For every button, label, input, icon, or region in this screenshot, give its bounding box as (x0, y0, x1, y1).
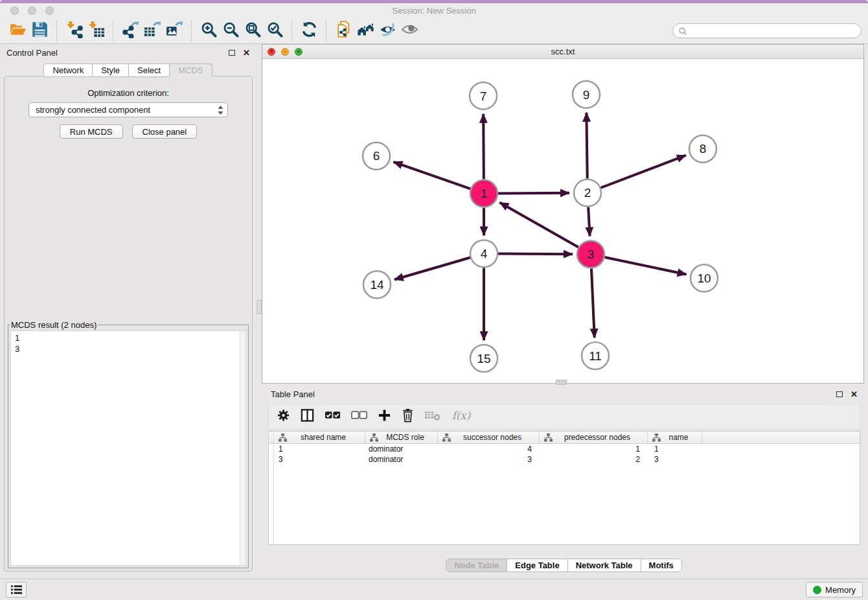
table-tab-motifs[interactable]: Motifs (641, 559, 682, 572)
deselect-all-button[interactable] (351, 408, 367, 425)
table-tab-network-table[interactable]: Network Table (567, 559, 641, 572)
edge-1-7[interactable] (483, 114, 484, 179)
edge-1-6[interactable] (393, 162, 470, 189)
float-panel-icon[interactable] (229, 50, 235, 56)
mcds-pane: Optimization criterion: strongly connect… (4, 76, 253, 571)
column-type-icon (370, 433, 378, 442)
export-image-button[interactable] (163, 21, 185, 41)
edge-4-14[interactable] (394, 258, 470, 280)
network-overview-button[interactable] (354, 21, 376, 41)
memory-label: Memory (825, 585, 856, 595)
cell-predecessor-nodes[interactable]: 2 (540, 454, 648, 465)
column-type-icon (279, 433, 287, 442)
refresh-button[interactable] (298, 21, 320, 41)
cell-successor-nodes[interactable]: 4 (438, 444, 540, 454)
columns-button[interactable] (301, 408, 314, 425)
column-header-shared-name[interactable]: shared name (274, 432, 365, 443)
result-scrollbar[interactable] (240, 331, 246, 565)
mcds-result-box[interactable]: 1 3 (10, 330, 246, 566)
network-title: scc.txt (262, 47, 863, 56)
table-tab-edge-table[interactable]: Edge Table (507, 559, 567, 572)
open-session-button[interactable] (6, 21, 29, 41)
horizontal-splitter-grip[interactable] (556, 380, 567, 385)
add-row-button[interactable] (378, 408, 391, 425)
run-mcds-button[interactable]: Run MCDS (60, 124, 123, 139)
splitter-grip[interactable] (257, 300, 262, 314)
column-header-mcds-role[interactable]: MCDS role (365, 432, 438, 443)
zoom-out-button[interactable] (220, 21, 242, 41)
control-panel-tabs: NetworkStyleSelectMCDS (0, 63, 257, 77)
node-7[interactable]: 7 (470, 82, 497, 110)
tab-select[interactable]: Select (128, 63, 170, 77)
cell-mcds-role[interactable]: dominator (365, 444, 438, 454)
export-table-icon (144, 21, 161, 41)
delete-row-button[interactable] (402, 408, 414, 425)
cell-mcds-role[interactable]: dominator (365, 454, 438, 465)
settings-button[interactable] (277, 408, 290, 425)
criterion-dropdown[interactable]: strongly connected component (29, 102, 228, 117)
node-10[interactable]: 10 (691, 264, 718, 292)
node-3[interactable]: 3 (577, 240, 604, 268)
network-zoom-button[interactable]: + (295, 48, 303, 56)
edge-3-1[interactable] (499, 202, 578, 247)
edge-2-9[interactable] (586, 113, 587, 179)
float-table-panel-icon[interactable] (836, 391, 843, 397)
vertical-splitter[interactable] (257, 44, 262, 579)
show-graphics-details-button[interactable] (398, 21, 420, 41)
hide-graphics-details-button[interactable] (376, 21, 398, 41)
tab-network[interactable]: Network (43, 63, 93, 77)
cell-name[interactable]: 1 (648, 444, 702, 454)
node-9[interactable]: 9 (573, 81, 600, 108)
application-window: Session: New Session Control Panel ✕ Net… (0, 0, 868, 600)
edge-1-2[interactable] (498, 193, 569, 194)
node-15[interactable]: 15 (470, 345, 497, 372)
cell-name[interactable]: 3 (648, 454, 702, 465)
close-table-panel-icon[interactable]: ✕ (851, 390, 858, 398)
import-network-button[interactable] (63, 21, 85, 41)
node-14[interactable]: 14 (363, 271, 391, 298)
cell-successor-nodes[interactable]: 3 (438, 454, 540, 465)
duplicate-network-button[interactable] (332, 21, 354, 41)
tab-mcds[interactable]: MCDS (169, 63, 212, 77)
node-11[interactable]: 11 (582, 342, 609, 369)
zoom-fit-button[interactable] (242, 21, 264, 41)
network-minimize-button[interactable]: − (281, 48, 289, 56)
network-overview-icon (357, 21, 374, 41)
toolbar-separator (326, 21, 326, 41)
cell-predecessor-nodes[interactable]: 1 (540, 444, 648, 454)
save-session-button[interactable] (29, 21, 51, 41)
network-canvas[interactable]: 7968124314101511 (262, 59, 863, 383)
column-header-successor-nodes[interactable]: successor nodes (438, 432, 540, 443)
node-6[interactable]: 6 (363, 143, 390, 170)
select-all-button[interactable] (325, 408, 341, 425)
edge-2-3[interactable] (588, 207, 589, 237)
task-history-button[interactable] (6, 582, 27, 597)
add-row-icon (378, 408, 391, 425)
column-header-predecessor-nodes[interactable]: predecessor nodes (540, 432, 648, 443)
zoom-selected-button[interactable] (264, 21, 286, 41)
cell-shared-name[interactable]: 1 (274, 444, 365, 454)
zoom-in-button[interactable] (198, 21, 220, 41)
tab-style[interactable]: Style (92, 63, 129, 77)
node-4[interactable]: 4 (470, 240, 497, 267)
edge-3-10[interactable] (605, 257, 687, 275)
table-tab-node-table[interactable]: Node Table (446, 559, 507, 572)
memory-button[interactable]: Memory (806, 582, 863, 597)
node-8[interactable]: 8 (689, 135, 716, 163)
import-table-button[interactable] (85, 21, 107, 41)
edge-4-3[interactable] (498, 254, 573, 255)
export-table-button[interactable] (141, 21, 163, 41)
search-input[interactable] (691, 26, 856, 36)
cell-shared-name[interactable]: 3 (274, 454, 365, 465)
table-row[interactable]: 1dominator411 (269, 444, 860, 454)
node-2[interactable]: 2 (574, 179, 601, 207)
export-network-button[interactable] (119, 21, 141, 41)
close-panel-button[interactable]: Close panel (132, 124, 198, 139)
table-row[interactable]: 3dominator323 (269, 454, 860, 465)
close-panel-icon[interactable]: ✕ (243, 49, 250, 57)
node-1[interactable]: 1 (470, 180, 497, 207)
edge-2-8[interactable] (601, 156, 686, 188)
edge-3-11[interactable] (591, 268, 595, 338)
column-header-name[interactable]: name (648, 432, 702, 443)
network-close-button[interactable]: ✕ (268, 48, 275, 56)
